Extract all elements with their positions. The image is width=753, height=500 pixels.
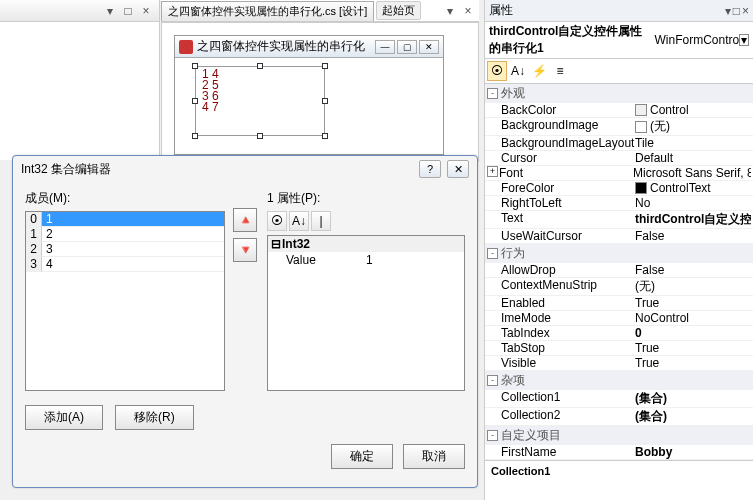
dialog-prop-grid[interactable]: ⊟Int32 Value 1 — [267, 235, 465, 391]
form-close-button[interactable]: ✕ — [419, 40, 439, 54]
property-value[interactable]: False — [635, 263, 751, 277]
property-value[interactable]: Control — [635, 103, 751, 117]
left-panel-window[interactable]: □ — [121, 4, 135, 18]
property-value[interactable]: True — [635, 356, 751, 370]
resize-handle-bl[interactable] — [192, 133, 198, 139]
dialog-titlebar[interactable]: Int32 集合编辑器 ? ✕ — [13, 156, 477, 182]
categorized-view-icon[interactable]: ⦿ — [487, 61, 507, 81]
tab-start-page[interactable]: 起始页 — [376, 1, 421, 20]
property-row[interactable]: FirstNameBobby — [485, 445, 753, 460]
add-button[interactable]: 添加(A) — [25, 405, 103, 430]
dialog-help-button[interactable]: ? — [419, 160, 441, 178]
expand-icon[interactable]: + — [487, 166, 498, 177]
left-panel-close[interactable]: × — [139, 4, 153, 18]
property-row[interactable]: ContextMenuStrip(无) — [485, 278, 753, 296]
member-row[interactable]: 34 — [26, 257, 224, 272]
property-row[interactable]: BackColorControl — [485, 103, 753, 118]
property-category[interactable]: -外观 — [485, 84, 753, 103]
property-value[interactable]: ControlText — [635, 181, 751, 195]
property-row[interactable]: TextthirdControl自定义控件属 — [485, 211, 753, 229]
property-row[interactable]: UseWaitCursorFalse — [485, 229, 753, 244]
resize-handle-br[interactable] — [322, 133, 328, 139]
resize-handle-bm[interactable] — [257, 133, 263, 139]
form-min-button[interactable]: — — [375, 40, 395, 54]
property-name: Text — [501, 211, 635, 228]
property-row[interactable]: Collection1(集合) — [485, 390, 753, 408]
resize-handle-tl[interactable] — [192, 63, 198, 69]
property-value[interactable]: (集合) — [635, 408, 751, 425]
property-value[interactable]: (无) — [635, 278, 751, 295]
properties-panel-title[interactable]: 属性 ▾ □ × — [485, 0, 753, 22]
property-row[interactable]: TabStopTrue — [485, 341, 753, 356]
property-value[interactable]: Bobby — [635, 445, 751, 459]
property-pages-icon[interactable]: ≡ — [550, 61, 570, 81]
expand-icon[interactable]: - — [487, 248, 498, 259]
property-row[interactable]: +FontMicrosoft Sans Serif, 8.25 — [485, 166, 753, 181]
remove-button[interactable]: 移除(R) — [115, 405, 194, 430]
tabs-close[interactable]: × — [461, 4, 475, 18]
prop-category[interactable]: ⊟Int32 — [268, 236, 464, 252]
prop-value[interactable]: 1 — [366, 253, 462, 267]
property-row[interactable]: ImeModeNoControl — [485, 311, 753, 326]
props-window-icon[interactable]: □ — [733, 4, 740, 18]
expand-icon[interactable]: - — [487, 375, 498, 386]
property-value[interactable]: (无) — [635, 118, 751, 135]
categorized-icon[interactable]: ⦿ — [267, 211, 287, 231]
props-close-icon[interactable]: × — [742, 4, 749, 18]
property-row[interactable]: RightToLeftNo — [485, 196, 753, 211]
custom-control[interactable]: 1 4 2 5 3 6 4 7 — [195, 66, 325, 136]
form-max-button[interactable]: ▢ — [397, 40, 417, 54]
property-value[interactable]: (集合) — [635, 390, 751, 407]
property-value[interactable]: Microsoft Sans Serif, 8.25 — [633, 166, 751, 180]
alphabetical-view-icon[interactable]: A↓ — [508, 61, 528, 81]
property-row[interactable]: CursorDefault — [485, 151, 753, 166]
left-panel-dropdown[interactable]: ▾ — [103, 4, 117, 18]
resize-handle-tr[interactable] — [322, 63, 328, 69]
resize-handle-rm[interactable] — [322, 98, 328, 104]
tabs-dropdown[interactable]: ▾ — [443, 4, 457, 18]
property-category[interactable]: -行为 — [485, 244, 753, 263]
move-up-button[interactable]: 🔺 — [233, 208, 257, 232]
property-value[interactable]: 0 — [635, 326, 751, 340]
form-designer[interactable]: 之四窗体控件实现属性的串行化 — ▢ ✕ 1 4 2 5 3 6 4 7 — [161, 22, 479, 162]
property-row[interactable]: Collection2(集合) — [485, 408, 753, 426]
property-category[interactable]: -杂项 — [485, 371, 753, 390]
property-value[interactable]: Tile — [635, 136, 751, 150]
expand-icon[interactable]: - — [487, 430, 498, 441]
ok-button[interactable]: 确定 — [331, 444, 393, 469]
expand-icon[interactable]: - — [487, 88, 498, 99]
members-list[interactable]: 01122334 — [25, 211, 225, 391]
property-value[interactable]: No — [635, 196, 751, 210]
property-row[interactable]: BackgroundImageLayoutTile — [485, 136, 753, 151]
property-row[interactable]: EnabledTrue — [485, 296, 753, 311]
property-value[interactable]: thirdControl自定义控件属 — [635, 211, 751, 228]
object-dropdown-icon[interactable]: ▾ — [739, 34, 749, 46]
dialog-close-button[interactable]: ✕ — [447, 160, 469, 178]
move-down-button[interactable]: 🔻 — [233, 238, 257, 262]
events-icon[interactable]: ⚡ — [529, 61, 549, 81]
alphabetical-icon[interactable]: A↓ — [289, 211, 309, 231]
property-value[interactable]: Default — [635, 151, 751, 165]
property-category[interactable]: -自定义项目 — [485, 426, 753, 445]
property-row[interactable]: ForeColorControlText — [485, 181, 753, 196]
member-row[interactable]: 12 — [26, 227, 224, 242]
property-value[interactable]: True — [635, 296, 751, 310]
properties-object-selector[interactable]: thirdControl自定义控件属性的串行化1 WinFormContro ▾ — [485, 22, 753, 59]
tab-designer[interactable]: 之四窗体控件实现属性的串行化.cs [设计] — [161, 1, 374, 21]
resize-handle-lm[interactable] — [192, 98, 198, 104]
property-value[interactable]: NoControl — [635, 311, 751, 325]
cancel-button[interactable]: 取消 — [403, 444, 465, 469]
resize-handle-tm[interactable] — [257, 63, 263, 69]
prop-row-value[interactable]: Value 1 — [268, 252, 464, 268]
props-dropdown-icon[interactable]: ▾ — [725, 4, 731, 18]
member-row[interactable]: 01 — [26, 212, 224, 227]
property-row[interactable]: VisibleTrue — [485, 356, 753, 371]
property-value[interactable]: True — [635, 341, 751, 355]
properties-list[interactable]: -外观BackColorControlBackgroundImage(无)Bac… — [485, 84, 753, 460]
property-row[interactable]: AllowDropFalse — [485, 263, 753, 278]
property-value[interactable]: False — [635, 229, 751, 243]
property-row[interactable]: BackgroundImage(无) — [485, 118, 753, 136]
member-row[interactable]: 23 — [26, 242, 224, 257]
property-row[interactable]: TabIndex0 — [485, 326, 753, 341]
design-form[interactable]: 之四窗体控件实现属性的串行化 — ▢ ✕ 1 4 2 5 3 6 4 7 — [174, 35, 444, 155]
